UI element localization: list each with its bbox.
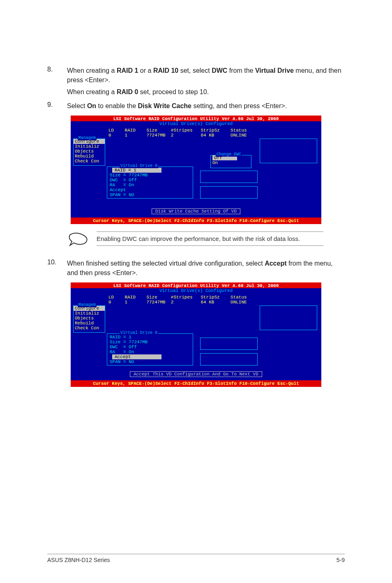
sidebar-item-rebuild[interactable]: Rebuild	[74, 321, 105, 326]
step-number: 10.	[47, 259, 67, 278]
bios-screenshot-1: LSI Software RAID Configuration Utility …	[71, 116, 321, 224]
step-9: 9. Select On to enable the Disk Write Ca…	[47, 101, 345, 111]
sidebar-title: Managem	[78, 136, 97, 140]
note-icon	[69, 231, 88, 246]
sidebar-item-check[interactable]: Check Con	[74, 326, 105, 331]
sidebar-item-initialize[interactable]: Initializ	[74, 311, 105, 316]
table-header: LD RAID Size #Stripes StripSz Status	[108, 128, 247, 133]
bold: Disk Write Cache	[138, 102, 191, 109]
bios-subtitle: Virtual Drive(s) Configured	[71, 288, 321, 294]
change-title: Change DWC	[216, 152, 242, 157]
sidebar-menu[interactable]: Managem Configure Initializ Objects Rebu…	[73, 305, 105, 333]
decor-box	[260, 305, 317, 330]
text: or a	[138, 67, 153, 74]
decor-box	[200, 186, 258, 199]
bios-subtitle: Virtual Drive(s) Configured	[71, 121, 321, 127]
decor-box	[260, 139, 317, 163]
vd-line-ra[interactable]: RA = On	[107, 349, 193, 354]
page-footer: ASUS Z8NH-D12 Series 5-9	[47, 554, 345, 563]
step-body: When creating a RAID 1 or a RAID 10 set,…	[67, 66, 345, 85]
virtual-drive-box[interactable]: Virtual Drive 0 RAID = 1 Size = 77247MB …	[107, 333, 193, 366]
step-8-sub: When creating a RAID 0 set, proceed to s…	[67, 87, 345, 97]
bold: On	[87, 102, 96, 109]
text: setting, and then press <Enter>.	[191, 102, 287, 109]
table-header: LD RAID Size #Stripes StripSz Status	[108, 295, 247, 300]
footer-right: 5-9	[337, 557, 345, 563]
footer-left: ASUS Z8NH-D12 Series	[47, 557, 110, 563]
sidebar-menu[interactable]: Managem Configure Initializ Objects Rebu…	[73, 139, 105, 166]
decor-box	[200, 171, 258, 183]
note-text: Enabling DWC can improve the performance…	[97, 231, 323, 246]
sidebar-item-initialize[interactable]: Initializ	[74, 144, 105, 149]
text: to enable the	[96, 102, 138, 109]
text: set, select	[178, 67, 212, 74]
vd-line-dwc[interactable]: DWC = Off	[107, 178, 193, 183]
bios-main: LD RAID Size #Stripes StripSz Status 0 1…	[71, 294, 321, 368]
decor-box	[200, 338, 258, 350]
status-bar: Disk Write Cache Setting Of VD	[71, 205, 321, 217]
bios-footer: Cursor Keys, SPACE-(De)Select F2-ChIdInf…	[71, 217, 321, 224]
step-10: 10. When finished setting the selected v…	[47, 259, 345, 278]
step-body: Select On to enable the Disk Write Cache…	[67, 101, 287, 111]
text: When finished setting the selected virtu…	[67, 260, 265, 267]
bold: DWC	[212, 67, 227, 74]
table-row: 0 1 77247MB 2 64 KB ONLINE	[108, 300, 247, 305]
bios-title: LSI Software RAID Configuration Utility …	[71, 282, 321, 288]
bios-footer: Cursor Keys, SPACE-(De)Select F2-ChIdInf…	[71, 380, 321, 387]
sidebar-item-objects[interactable]: Objects	[74, 149, 105, 154]
bios-main: LD RAID Size #Stripes StripSz Status 0 1…	[71, 127, 321, 205]
vd-title: Virtual Drive 0	[120, 164, 158, 168]
vd-line-raid[interactable]: RAID = 1	[107, 335, 193, 340]
text: When creating a	[67, 67, 117, 74]
bios-screenshot-2: LSI Software RAID Configuration Utility …	[71, 282, 321, 387]
sidebar-title: Managem	[78, 303, 97, 307]
sidebar-item-rebuild[interactable]: Rebuild	[74, 154, 105, 159]
table-row: 0 1 77247MB 2 64 KB ONLINE	[108, 133, 247, 138]
bold: RAID 10	[153, 67, 178, 74]
vd-line-raid[interactable]: RAID = 1	[112, 168, 161, 173]
bold: RAID 0	[117, 88, 138, 95]
vd-line-span[interactable]: SPAN = NO	[107, 192, 193, 197]
step-number: 8.	[47, 66, 67, 85]
text: When creating a	[67, 88, 117, 95]
vd-line-ra[interactable]: RA = On	[107, 183, 193, 187]
step-body: When finished setting the selected virtu…	[67, 259, 345, 278]
vd-line-dwc[interactable]: DWC = Off	[107, 345, 193, 349]
sidebar-item-objects[interactable]: Objects	[74, 316, 105, 321]
step-8: 8. When creating a RAID 1 or a RAID 10 s…	[47, 66, 345, 85]
bios-title: LSI Software RAID Configuration Utility …	[71, 116, 321, 121]
text: set, proceed to step 10.	[138, 88, 209, 95]
text: Select	[67, 102, 87, 109]
change-item-on[interactable]: On	[211, 160, 251, 165]
vd-line-size[interactable]: Size = 77247MB	[107, 340, 193, 345]
sidebar-item-check[interactable]: Check Con	[74, 159, 105, 164]
vd-line-span[interactable]: SPAN = NO	[107, 359, 193, 364]
bold: Virtual Drive	[255, 67, 294, 74]
vd-line-accept[interactable]: Accept	[107, 187, 193, 192]
status-text: Disk Write Cache Setting Of VD	[152, 208, 240, 214]
change-dwc-box[interactable]: Change DWC Off On	[210, 155, 251, 168]
vd-title: Virtual Drive 0	[120, 331, 158, 335]
virtual-drive-box[interactable]: Virtual Drive 0 RAID = 1 Size = 77247MB …	[107, 167, 193, 199]
note-row: Enabling DWC can improve the performance…	[69, 231, 323, 246]
vd-line-accept[interactable]: Accept	[112, 354, 161, 359]
status-text: Accept This VD Configuration And Go To N…	[130, 371, 262, 377]
decor-box	[200, 353, 258, 366]
status-bar: Accept This VD Configuration And Go To N…	[71, 368, 321, 380]
text: from the	[227, 67, 255, 74]
bold: Accept	[265, 260, 286, 267]
step-number: 9.	[47, 101, 67, 111]
bold: RAID 1	[117, 67, 138, 74]
vd-line-size[interactable]: Size = 77247MB	[107, 173, 193, 178]
